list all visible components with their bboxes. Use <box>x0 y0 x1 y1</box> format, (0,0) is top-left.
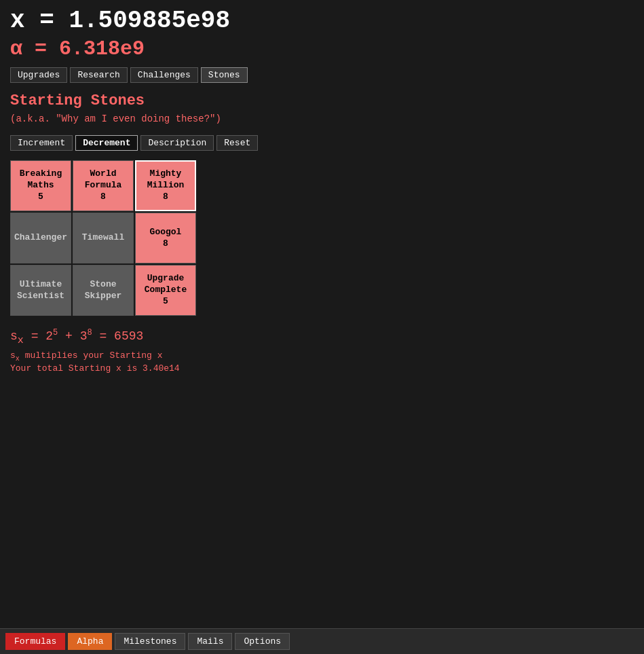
tab-research[interactable]: Research <box>70 67 127 83</box>
decrement-button[interactable]: Decrement <box>75 135 138 151</box>
nav-formulas[interactable]: Formulas <box>5 633 65 650</box>
nav-milestones[interactable]: Milestones <box>115 633 185 650</box>
formula-display: sx = 25 + 38 = 6593 <box>10 328 634 346</box>
alpha-display: α = 6.318e9 <box>10 37 634 60</box>
nav-options[interactable]: Options <box>235 633 290 650</box>
stone-breaking-maths[interactable]: BreakingMaths 5 <box>10 160 71 211</box>
increment-button[interactable]: Increment <box>10 135 73 151</box>
stone-ultimate-scientist[interactable]: UltimateScientist <box>10 265 71 316</box>
tab-stones[interactable]: Stones <box>201 67 248 83</box>
stone-challenger[interactable]: Challenger <box>10 213 71 264</box>
stone-timewall[interactable]: Timewall <box>73 213 134 264</box>
section-subtitle: (a.k.a. "Why am I even doing these?") <box>10 113 634 124</box>
stone-world-formula[interactable]: WorldFormula 8 <box>73 160 134 211</box>
nav-mails[interactable]: Mails <box>188 633 232 650</box>
bottom-nav: Formulas Alpha Milestones Mails Options <box>0 628 644 654</box>
nav-alpha[interactable]: Alpha <box>68 633 112 650</box>
reset-button[interactable]: Reset <box>216 135 258 151</box>
stone-stone-skipper[interactable]: StoneSkipper <box>73 265 134 316</box>
formula-note2: Your total Starting x is 3.40e14 <box>10 363 634 374</box>
stone-googol[interactable]: Googol 8 <box>135 213 196 264</box>
formula-note1: sx multiplies your Starting x <box>10 350 634 363</box>
tab-bar: Upgrades Research Challenges Stones <box>10 67 634 83</box>
description-button[interactable]: Description <box>140 135 214 151</box>
tab-challenges[interactable]: Challenges <box>130 67 198 83</box>
x-display: x = 1.509885e98 <box>10 7 634 35</box>
section-title: Starting Stones <box>10 92 634 109</box>
stone-upgrade-complete[interactable]: UpgradeComplete 5 <box>135 265 196 316</box>
tab-upgrades[interactable]: Upgrades <box>10 67 67 83</box>
stone-mighty-million[interactable]: MightyMillion 8 <box>135 160 196 211</box>
stones-grid: BreakingMaths 5 WorldFormula 8 MightyMil… <box>10 160 634 316</box>
action-bar: Increment Decrement Description Reset <box>10 135 634 151</box>
